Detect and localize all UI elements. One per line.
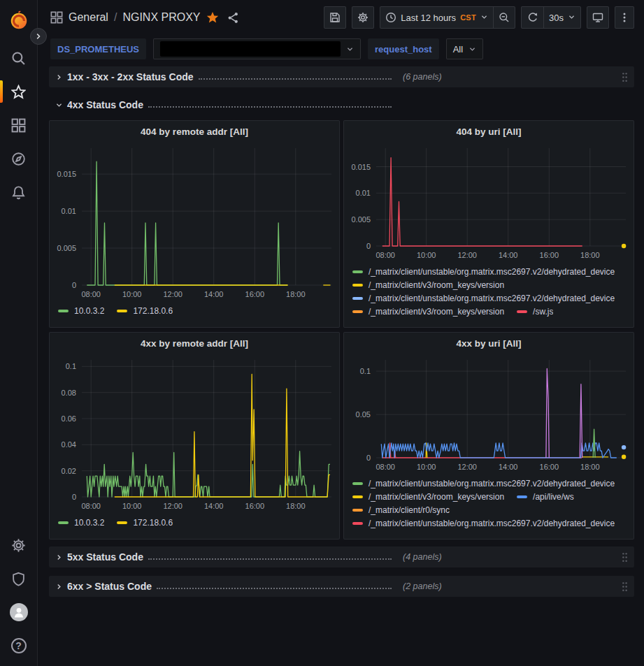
legend-item[interactable]: /_matrix/client/v3/room_keys/version [352, 307, 504, 317]
panel-title[interactable]: 4xx by remote addr [All] [50, 333, 339, 350]
svg-text:18:00: 18:00 [580, 463, 600, 471]
row-5xx[interactable]: 5xx Status Code (4 panels) [49, 546, 634, 567]
time-series-chart[interactable]: 00.0050.010.01508:0010:0012:0014:0016:00… [344, 138, 633, 264]
legend-label: /_matrix/client/unstable/org.matrix.msc2… [368, 294, 615, 303]
chart-legend: 10.0.3.2172.18.0.6 [50, 303, 339, 316]
breadcrumb-dashboard-title[interactable]: NGINX PROXY [122, 11, 200, 24]
cycle-view-mode-button[interactable] [587, 6, 609, 29]
legend-item[interactable]: /_matrix/client/unstable/org.matrix.msc2… [352, 519, 615, 528]
breadcrumb-separator: / [114, 11, 117, 24]
legend-swatch [352, 495, 363, 498]
legend-item[interactable]: 10.0.3.2 [58, 306, 104, 316]
explore-compass-icon[interactable] [0, 147, 38, 171]
svg-text:14:00: 14:00 [499, 463, 518, 471]
legend-label: /_matrix/client/v3/room_keys/version [368, 307, 504, 317]
user-avatar[interactable] [0, 600, 38, 624]
dashboard-settings-button[interactable] [352, 6, 374, 29]
chevron-down-icon [346, 45, 354, 53]
legend-swatch [517, 495, 527, 498]
legend-label: 10.0.3.2 [74, 518, 104, 528]
legend-item[interactable]: /sw.js [517, 307, 553, 317]
zoom-out-time-button[interactable] [493, 6, 515, 29]
row-4xx[interactable]: 4xx Status Code [49, 96, 634, 114]
svg-text:0: 0 [72, 493, 76, 501]
panel-title[interactable]: 404 by uri [All] [344, 121, 634, 138]
svg-text:10:00: 10:00 [122, 502, 142, 510]
panel-404-by-uri: 404 by uri [All] 00.0050.010.01508:0010:… [343, 120, 634, 328]
legend-item[interactable]: 10.0.3.2 [58, 518, 104, 528]
row-drag-handle[interactable] [621, 581, 629, 592]
legend-label: /_matrix/client/unstable/org.matrix.msc2… [368, 519, 615, 528]
svg-text:0.02: 0.02 [62, 467, 76, 475]
request-host-variable-select[interactable]: All [446, 38, 483, 59]
legend-swatch [352, 284, 363, 287]
panel-count: (2 panels) [403, 581, 442, 591]
legend-item[interactable]: /_matrix/client/unstable/org.matrix.msc2… [352, 267, 615, 277]
starred-dashboards-icon[interactable] [0, 80, 38, 103]
grafana-logo-icon[interactable] [0, 8, 38, 32]
row-1xx-3xx-2xx[interactable]: 1xx - 3xx - 2xx Status Code (6 panels) [49, 66, 634, 87]
time-range-picker[interactable]: Last 12 hours CST [380, 6, 493, 29]
favorite-star-icon[interactable] [206, 11, 219, 24]
help-icon[interactable]: ? [0, 634, 38, 658]
panel-title[interactable]: 404 by remote addr [All] [50, 121, 339, 138]
legend-item[interactable]: /_matrix/client/r0/sync [352, 505, 450, 515]
svg-text:0.05: 0.05 [356, 410, 371, 419]
legend-item[interactable]: /_matrix/client/v3/room_keys/version [352, 492, 504, 502]
dashboard-canvas: 1xx - 3xx - 2xx Status Code (6 panels) 4… [38, 63, 644, 666]
datasource-variable-label[interactable]: DS_PROMETHEUS [50, 38, 146, 59]
timezone-badge: CST [460, 13, 476, 22]
svg-text:0.1: 0.1 [66, 362, 76, 370]
kebab-menu-button[interactable] [615, 6, 634, 29]
dotted-leader [148, 558, 392, 560]
refresh-button[interactable] [521, 6, 543, 29]
svg-text:0.005: 0.005 [351, 215, 371, 224]
legend-swatch [117, 521, 127, 524]
legend-item[interactable]: /_matrix/client/v3/room_keys/version [352, 280, 504, 290]
sidebar: ? [0, 0, 38, 666]
svg-text:08:00: 08:00 [375, 463, 395, 471]
chevron-down-icon [53, 101, 64, 109]
request-host-variable-label[interactable]: request_host [368, 38, 439, 59]
legend-item[interactable]: /_matrix/client/unstable/org.matrix.msc2… [352, 479, 615, 488]
row-6xx[interactable]: 6xx > Status Code (2 panels) [49, 576, 634, 597]
share-icon[interactable] [227, 12, 239, 24]
legend-swatch [352, 270, 363, 273]
svg-text:14:00: 14:00 [204, 502, 224, 510]
refresh-interval-picker[interactable]: 30s [543, 6, 581, 29]
dashboards-icon[interactable] [0, 113, 38, 137]
alerting-bell-icon[interactable] [0, 180, 38, 204]
legend-label: /_matrix/client/v3/room_keys/version [368, 492, 504, 502]
row-drag-handle[interactable] [621, 72, 629, 82]
time-series-chart[interactable]: 00.050.108:0010:0012:0014:0016:0018:00 [344, 350, 633, 476]
chevron-down-icon [480, 13, 488, 23]
panel-title[interactable]: 4xx by uri [All] [344, 333, 634, 350]
svg-text:0.08: 0.08 [62, 389, 76, 397]
svg-text:10:00: 10:00 [122, 290, 142, 298]
svg-text:12:00: 12:00 [163, 290, 183, 298]
chevron-right-icon [53, 583, 64, 591]
legend-item[interactable]: /api/live/ws [517, 492, 574, 502]
svg-text:08:00: 08:00 [81, 502, 101, 510]
svg-text:0.015: 0.015 [57, 170, 76, 178]
search-icon[interactable] [0, 46, 38, 70]
time-series-chart[interactable]: 00.020.040.060.080.108:0010:0012:0014:00… [50, 350, 338, 515]
panel-count: (4 panels) [403, 552, 442, 562]
row-title: 5xx Status Code [67, 551, 143, 563]
svg-text:18:00: 18:00 [286, 290, 306, 298]
sidebar-expand-button[interactable] [30, 28, 47, 45]
save-dashboard-button[interactable] [324, 6, 346, 29]
configuration-gear-icon[interactable] [0, 533, 38, 557]
breadcrumb-section[interactable]: General [69, 11, 108, 24]
datasource-variable-select[interactable] [153, 38, 361, 59]
svg-text:16:00: 16:00 [540, 463, 559, 471]
legend-item[interactable]: /_matrix/client/unstable/org.matrix.msc2… [352, 294, 615, 303]
legend-item[interactable]: 172.18.0.6 [117, 306, 173, 316]
row-drag-handle[interactable] [621, 552, 629, 563]
svg-text:0.01: 0.01 [356, 189, 371, 197]
server-admin-shield-icon[interactable] [0, 567, 38, 591]
time-series-chart[interactable]: 00.0050.010.01508:0010:0012:0014:0016:00… [50, 138, 338, 303]
legend-item[interactable]: 172.18.0.6 [117, 518, 173, 528]
legend-label: 172.18.0.6 [133, 518, 173, 528]
dotted-leader [148, 106, 392, 108]
